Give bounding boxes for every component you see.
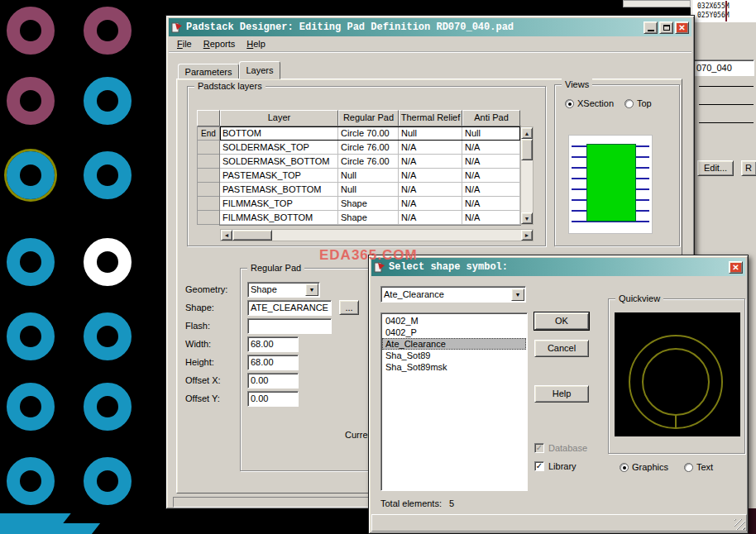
menu-reports[interactable]: Reports	[199, 37, 242, 50]
table-cell[interactable]: N/A	[462, 211, 520, 225]
tab-layers[interactable]: Layers	[239, 61, 280, 79]
table-cell[interactable]: Circle 76.00	[338, 155, 399, 169]
text-radio[interactable]: Text	[684, 462, 713, 472]
menu-help[interactable]: Help	[242, 37, 272, 50]
table-row[interactable]: FILMMASK_BOTTOMShapeN/AN/A	[220, 211, 520, 225]
table-cell[interactable]: Circle 76.00	[338, 141, 399, 155]
table-row[interactable]: PASTEMASK_BOTTOMNullN/AN/A	[220, 183, 520, 197]
width-input[interactable]: 68.00	[247, 336, 299, 352]
edit-button[interactable]: Edit...	[697, 160, 734, 176]
table-row[interactable]: BOTTOMCircle 70.00NullNull	[220, 126, 520, 141]
shape-input[interactable]: ATE_CLEARANCE	[247, 300, 332, 316]
flash-input[interactable]	[247, 318, 332, 334]
table-cell[interactable]: PASTEMASK_BOTTOM	[220, 183, 338, 197]
library-checkbox[interactable]: ✓ Library	[534, 461, 577, 471]
table-cell[interactable]: N/A	[462, 155, 520, 169]
table-cell[interactable]: N/A	[399, 197, 462, 211]
minimize-button[interactable]	[644, 21, 658, 34]
browse-button[interactable]: ...	[339, 300, 359, 315]
cancel-button[interactable]: Cancel	[534, 340, 589, 357]
table-cell[interactable]: FILMMASK_TOP	[220, 197, 338, 211]
title-bar[interactable]: Padstack Designer: Editing Pad Definitio…	[169, 18, 691, 36]
geometry-dropdown[interactable]: Shape▼	[247, 282, 320, 298]
list-item[interactable]: Sha_Sot89msk	[382, 361, 526, 373]
column-header-anti-pad[interactable]: Anti Pad	[462, 110, 520, 126]
shape-filter-dropdown[interactable]: Ate_Clearance ▼	[380, 286, 526, 303]
row-selector[interactable]	[197, 197, 220, 211]
vertical-scroll-thumb[interactable]	[521, 139, 533, 160]
offset-x-input[interactable]: 0.00	[247, 373, 299, 389]
table-cell[interactable]: Shape	[338, 211, 399, 225]
tab-parameters[interactable]: Parameters	[178, 64, 239, 79]
table-cell[interactable]: N/A	[462, 183, 520, 197]
row-selector[interactable]	[197, 211, 220, 225]
table-cell[interactable]: Null	[338, 183, 399, 197]
table-cell[interactable]: N/A	[399, 183, 462, 197]
table-cell[interactable]: Null	[462, 126, 520, 141]
table-cell[interactable]: N/A	[399, 155, 462, 169]
radio-icon	[684, 463, 693, 472]
table-cell[interactable]: N/A	[399, 169, 462, 183]
checkbox-label: Library	[548, 461, 577, 471]
row-selector[interactable]	[197, 183, 220, 197]
table-cell[interactable]: SOLDERMASK_TOP	[220, 141, 338, 155]
top-radio[interactable]: Top	[624, 98, 652, 108]
resize-grip[interactable]	[734, 519, 745, 530]
column-header-regular-pad[interactable]: Regular Pad	[338, 110, 399, 126]
list-item[interactable]: Sha_Sot89	[382, 350, 526, 361]
horizontal-scroll-thumb[interactable]	[232, 230, 272, 241]
list-item[interactable]: 0402_M	[382, 315, 526, 327]
close-button[interactable]: ✕	[675, 21, 689, 34]
row-selector[interactable]	[197, 155, 220, 169]
pad-name-field[interactable]: 070_040	[693, 60, 754, 76]
scroll-down-icon[interactable]: ▼	[521, 212, 533, 224]
table-cell[interactable]: Shape	[338, 197, 399, 211]
chevron-down-icon[interactable]: ▼	[511, 288, 524, 301]
height-input[interactable]: 68.00	[247, 355, 299, 370]
chevron-down-icon[interactable]: ▼	[305, 284, 318, 296]
graphics-radio[interactable]: Graphics	[620, 462, 668, 472]
row-selector[interactable]	[197, 169, 220, 183]
table-cell[interactable]: N/A	[399, 211, 462, 225]
radio-label: Top	[637, 98, 652, 108]
table-row[interactable]: SOLDERMASK_TOPCircle 76.00N/AN/A	[220, 141, 520, 155]
list-item[interactable]: Ate_Clearance	[382, 338, 526, 350]
xsection-radio[interactable]: XSection	[565, 98, 614, 108]
list-item[interactable]: 0402_P	[382, 327, 526, 338]
padstack-layers-group: Padstack layers Layer Regular Pad Therma…	[187, 86, 546, 246]
group-label: Padstack layers	[194, 80, 266, 92]
table-cell[interactable]: FILMMASK_BOTTOM	[220, 211, 338, 225]
row-selector[interactable]	[197, 141, 220, 155]
table-cell[interactable]: Null	[399, 126, 462, 141]
table-cell[interactable]: PASTEMASK_TOP	[220, 169, 338, 183]
table-row[interactable]: PASTEMASK_TOPNullN/AN/A	[220, 169, 520, 183]
table-cell[interactable]: Null	[338, 169, 399, 183]
table-cell[interactable]: SOLDERMASK_BOTTOM	[220, 155, 338, 169]
table-cell[interactable]: N/A	[462, 141, 520, 155]
column-header-thermal-relief[interactable]: Thermal Relief	[399, 110, 462, 126]
table-cell[interactable]: Circle 70.00	[338, 126, 399, 141]
table-cell[interactable]: N/A	[462, 169, 520, 183]
restore-button[interactable]	[659, 21, 673, 34]
table-cell[interactable]: BOTTOM	[220, 126, 338, 141]
dialog-title-bar[interactable]: Select shape symbol: ✕	[371, 258, 745, 276]
table-row[interactable]: FILMMASK_TOPShapeN/AN/A	[220, 197, 520, 211]
table-cell[interactable]: N/A	[462, 197, 520, 211]
row-selector[interactable]: End	[197, 126, 220, 141]
scroll-up-icon[interactable]: ▲	[521, 127, 533, 139]
shape-list[interactable]: 0402_M0402_PAte_ClearanceSha_Sot89Sha_So…	[380, 312, 528, 491]
offset-y-input[interactable]: 0.00	[247, 391, 299, 407]
dialog-close-button[interactable]: ✕	[729, 261, 743, 274]
partial-button[interactable]: R	[741, 160, 756, 176]
horizontal-scrollbar[interactable]: ◄ ►	[220, 229, 534, 241]
column-header-layer[interactable]: Layer	[220, 110, 338, 126]
help-button[interactable]: Help	[534, 385, 589, 403]
ok-button[interactable]: OK	[534, 312, 589, 330]
table-row[interactable]: SOLDERMASK_BOTTOMCircle 76.00N/AN/A	[220, 155, 520, 169]
database-checkbox[interactable]: ✓ Database	[534, 443, 587, 453]
scroll-right-icon[interactable]: ►	[521, 230, 533, 241]
menu-file[interactable]: File	[172, 37, 199, 50]
scroll-left-icon[interactable]: ◄	[221, 230, 232, 241]
vertical-scrollbar[interactable]: ▲ ▼	[520, 126, 534, 225]
table-cell[interactable]: N/A	[399, 141, 462, 155]
